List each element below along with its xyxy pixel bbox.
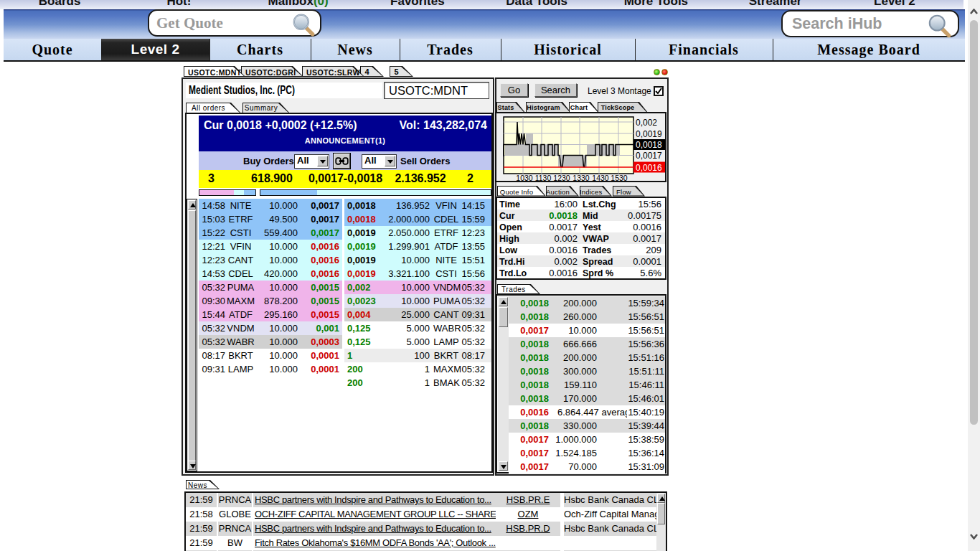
svg-text:0,0017: 0,0017 bbox=[636, 151, 662, 161]
svg-text:1130: 1130 bbox=[535, 174, 552, 182]
svg-text:1230: 1230 bbox=[553, 174, 570, 182]
svg-text:1030: 1030 bbox=[516, 174, 533, 182]
svg-text:0,002: 0,002 bbox=[636, 118, 657, 128]
svg-text:0,0018: 0,0018 bbox=[636, 140, 662, 150]
svg-text:1430: 1430 bbox=[592, 174, 609, 182]
svg-text:0,0016: 0,0016 bbox=[636, 163, 662, 173]
svg-text:0,0019: 0,0019 bbox=[636, 129, 662, 139]
svg-text:1530: 1530 bbox=[611, 174, 628, 182]
svg-text:1330: 1330 bbox=[573, 174, 590, 182]
